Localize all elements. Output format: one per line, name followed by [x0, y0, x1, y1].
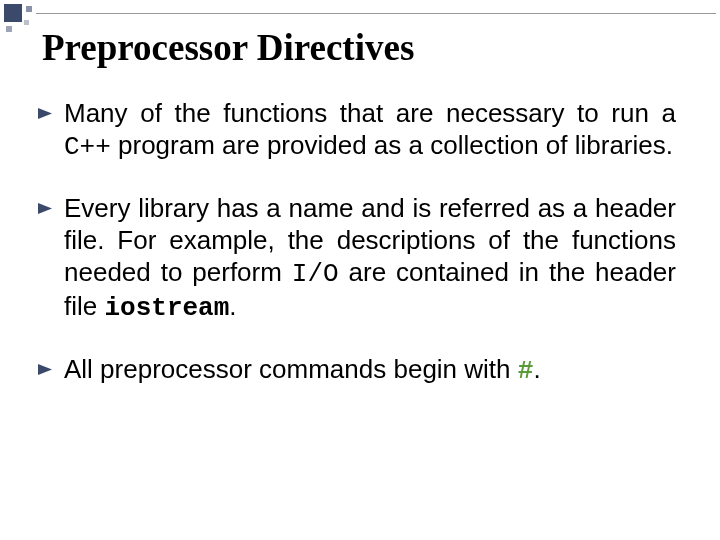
slide-title: Preprocessor Directives	[42, 26, 414, 69]
bullet-text: .	[533, 354, 540, 384]
bullet-arrow-icon	[38, 108, 52, 119]
bullet-item: Every library has a name and is referred…	[56, 193, 676, 324]
bullet-text: program are provided as a collection of …	[111, 130, 673, 160]
bullet-item: All preprocessor commands begin with #.	[56, 354, 676, 388]
bullet-text: Many of the functions that are necessary…	[64, 98, 676, 128]
bullet-text: .	[229, 291, 236, 321]
code-cpp: C++	[64, 132, 111, 162]
svg-marker-0	[38, 108, 52, 119]
bullet-arrow-icon	[38, 203, 52, 214]
svg-marker-2	[38, 364, 52, 375]
code-hash: #	[518, 356, 534, 386]
code-io: I/O	[292, 259, 339, 289]
slide-body: Many of the functions that are necessary…	[56, 98, 676, 418]
code-iostream: iostream	[104, 293, 229, 323]
svg-marker-1	[38, 203, 52, 214]
bullet-text: All preprocessor commands begin with	[64, 354, 518, 384]
bullet-item: Many of the functions that are necessary…	[56, 98, 676, 163]
slide: Preprocessor Directives Many of the func…	[0, 0, 720, 540]
bullet-arrow-icon	[38, 364, 52, 375]
